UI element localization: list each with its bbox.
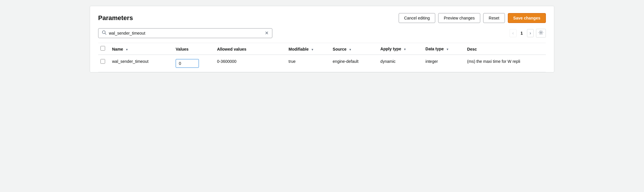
header-modifiable[interactable]: Modifiable ▼ bbox=[285, 43, 329, 55]
name-sort-icon: ▼ bbox=[125, 48, 128, 51]
modifiable-sort-icon: ▼ bbox=[311, 48, 314, 51]
header-allowed-values: Allowed values bbox=[213, 43, 285, 55]
header-checkbox-cell bbox=[98, 43, 109, 55]
search-input[interactable] bbox=[109, 31, 262, 35]
pagination-next-button[interactable]: › bbox=[527, 29, 534, 37]
search-clear-button[interactable]: ✕ bbox=[265, 31, 269, 35]
parameters-panel: Parameters Cancel editing Preview change… bbox=[90, 6, 554, 72]
search-box: ✕ bbox=[98, 28, 272, 38]
search-icon bbox=[102, 30, 107, 36]
row-value-input[interactable] bbox=[176, 59, 199, 68]
row-source: engine-default bbox=[329, 55, 377, 72]
pagination-controls: ‹ 1 › bbox=[510, 29, 546, 38]
row-allowed-values: 0-3600000 bbox=[213, 55, 285, 72]
svg-line-1 bbox=[105, 33, 106, 35]
preview-changes-button[interactable]: Preview changes bbox=[438, 13, 480, 23]
pagination-current-page: 1 bbox=[519, 31, 525, 35]
source-sort-icon: ▼ bbox=[349, 48, 352, 51]
select-all-checkbox[interactable] bbox=[100, 46, 105, 51]
header-description: Desc bbox=[464, 43, 546, 55]
search-row: ✕ ‹ 1 › bbox=[98, 28, 546, 38]
parameters-table-wrapper: Name ▼ Values Allowed values Modifiable … bbox=[98, 43, 546, 72]
header-actions: Cancel editing Preview changes Reset Sav… bbox=[399, 13, 546, 23]
reset-button[interactable]: Reset bbox=[483, 13, 505, 23]
row-data-type: integer bbox=[422, 55, 464, 72]
parameters-table: Name ▼ Values Allowed values Modifiable … bbox=[98, 43, 546, 72]
table-settings-button[interactable] bbox=[536, 29, 546, 38]
row-apply-type: dynamic bbox=[377, 55, 422, 72]
header-apply-type[interactable]: Apply type ▼ bbox=[377, 43, 422, 55]
pagination-prev-button[interactable]: ‹ bbox=[510, 29, 516, 37]
cancel-editing-button[interactable]: Cancel editing bbox=[399, 13, 436, 23]
row-name: wal_sender_timeout bbox=[109, 55, 172, 72]
apply-type-sort-icon: ▼ bbox=[404, 47, 406, 51]
panel-title: Parameters bbox=[98, 14, 133, 22]
row-modifiable: true bbox=[285, 55, 329, 72]
panel-header: Parameters Cancel editing Preview change… bbox=[98, 13, 546, 23]
header-source[interactable]: Source ▼ bbox=[329, 43, 377, 55]
header-name[interactable]: Name ▼ bbox=[109, 43, 172, 55]
data-type-sort-icon: ▼ bbox=[446, 47, 449, 51]
header-values: Values bbox=[172, 43, 213, 55]
row-values bbox=[172, 55, 213, 72]
row-checkbox[interactable] bbox=[100, 59, 105, 64]
row-description: (ms) the maxi time for W repli bbox=[464, 55, 546, 72]
header-data-type[interactable]: Data type ▼ bbox=[422, 43, 464, 55]
save-changes-button[interactable]: Save changes bbox=[508, 13, 546, 23]
svg-point-2 bbox=[540, 32, 542, 33]
table-header-row: Name ▼ Values Allowed values Modifiable … bbox=[98, 43, 546, 55]
row-checkbox-cell bbox=[98, 55, 109, 72]
table-row: wal_sender_timeout 0-3600000 true engine… bbox=[98, 55, 546, 72]
